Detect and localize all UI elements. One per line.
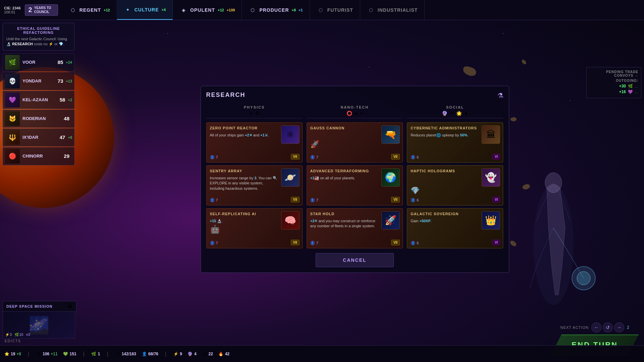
bottom-stat-flora: 🌿 1 [91, 351, 100, 357]
column-header-social: SOCIAL 🔮 👁 🌟 ★ [407, 103, 503, 118]
list-item[interactable]: 🔴 CHINORR 29 [3, 147, 74, 165]
top-navigation-bar: CIE: 2346 106:01 2 YEARS TO COUNCIL ⬡ RE… [0, 0, 644, 20]
avatar: 🐱 [5, 111, 20, 126]
research-card-advanced-terraforming[interactable]: ADVANCED TERRAFORMING +1🏭 on all of your… [307, 165, 403, 205]
tier-badge: VI [492, 154, 500, 160]
nav-items-container: ⬡ REGENT +12 ✦ CULTURE +4 ◈ OPULENT +12 … [62, 0, 644, 20]
research-card-cybernetic-administrators[interactable]: CYBERNETIC ADMINISTRATORS Reduces planet… [407, 122, 503, 163]
card-cost: 👤 7 [210, 241, 218, 245]
research-card-zero-point-reactor[interactable]: ZERO POINT REACTOR All of your ships gai… [206, 122, 303, 163]
list-item[interactable]: 💜 KEL-AZAAN 58 +2 [3, 91, 74, 109]
avatar: 🔴 [5, 149, 20, 164]
social-icons: 🔮 👁 🌟 ★ [409, 111, 501, 116]
avatar: 🔱 [5, 130, 20, 145]
pop-stat-val: 142/163 [122, 352, 136, 356]
nav-arrow-right[interactable]: → [614, 322, 624, 333]
citizens-stat-val: 68/76 [148, 352, 158, 356]
energy-stat-val: 9 [180, 352, 182, 356]
tier-badge: VII [291, 154, 300, 160]
outgoing-label: OUTGOING: [589, 79, 638, 82]
cie-info-section: CIE: 2346 106:01 2 YEARS TO COUNCIL [0, 4, 62, 16]
card-cost: 👤 6 [411, 198, 419, 202]
nav-item-opulent[interactable]: ◈ OPULENT +12 +109 [173, 0, 242, 20]
cost-icon: 👤 [310, 155, 315, 160]
missions-stat-val: 22 [209, 352, 213, 356]
bottom-stat-combat: 🔥 42 [218, 351, 229, 357]
modal-area: RESEARCH ⚗ PHYSICS ✕ ⚗ ZERO POINT REACTO… [89, 22, 587, 344]
ethical-notice: ETHICAL GUIDELINE REFACTORING Until the … [3, 23, 74, 51]
nav-item-producer[interactable]: ⬡ PRODUCER +8 +1 [242, 0, 310, 20]
ai-decoration: 🤖 [210, 225, 227, 238]
leader-name: RODERIAN [22, 116, 61, 121]
cost-val: 7 [316, 155, 318, 159]
bottom-stat-citizens: 👤 68/76 [142, 351, 158, 357]
cie-id: CIE: 2346 [4, 6, 21, 10]
nav-item-industrialist[interactable]: ⬡ INDUSTRIALIST [360, 0, 425, 20]
nav-regent-bonus: +12 [104, 8, 110, 12]
card-image-haptic: 👻 [482, 168, 500, 187]
trade-row-2: +16 💜 ... [589, 89, 638, 94]
ds-title: DEEP SPACE MISSION [6, 304, 65, 308]
card-cost: 👤 6 [411, 241, 419, 245]
pop-stat-icon: ⬡ [115, 351, 120, 357]
research-card-galactic-sovereign[interactable]: GALACTIC SOVEREIGN Gain +50XP. 👑 👤 6 VI [407, 208, 503, 248]
regent-icon: ⬡ [69, 6, 77, 14]
terra-icon: 🌍 [382, 169, 399, 186]
cost-val: 6 [417, 155, 419, 159]
leader-name: VOOR [22, 60, 55, 65]
bottom-stat-pop: ⬡ 142/163 [115, 351, 136, 357]
card-image-terra: 🌍 [381, 168, 400, 187]
card-image-galactic: 👑 [482, 211, 500, 230]
card-cost: 👤 6 [411, 155, 419, 160]
gauss-icon: 🔫 [382, 126, 399, 143]
trade-row-1: +30 🌿 ... [589, 84, 638, 88]
research-card-star-hold[interactable]: STAR HOLD +2✕ and you may construct or r… [307, 208, 403, 248]
list-item[interactable]: 🔱 IX'IDAR 47 +8 [3, 128, 74, 146]
haptic-icon: 👻 [482, 169, 500, 186]
citizens-stat-icon: 👤 [142, 351, 147, 357]
nav-producer-bonus: +8 [292, 8, 296, 12]
leader-delta: +8 [68, 135, 72, 139]
combat-stat-icon: 🔥 [218, 351, 224, 357]
trade-val-1: +30 [619, 84, 626, 88]
research-column-nanotech: NANO-TECH ⭕ ◈ ≡ GAUSS CANNON 🔫 🚀 [307, 103, 403, 248]
list-item[interactable]: 🐱 RODERIAN 48 [3, 110, 74, 128]
nav-item-futurist[interactable]: ⬡ FUTURIST [310, 0, 360, 20]
ds-building-icon: 🏛 [67, 303, 73, 309]
list-item[interactable]: 🌿 VOOR 85 +24 [3, 53, 74, 71]
missions-stat-icon: ✉ [202, 351, 207, 357]
cost-icon: 👤 [411, 198, 415, 202]
cancel-button[interactable]: CANCEL [316, 253, 393, 267]
leader-delta: +13 [66, 79, 72, 83]
cost-val: 7 [316, 198, 318, 202]
artifacts-stat-icon: 🔮 [187, 351, 193, 357]
nav-arrow-left[interactable]: ← [591, 322, 601, 333]
research-card-haptic-holograms[interactable]: HAPTIC HOLOGRAMS 👻 💎 👤 6 VI [407, 165, 503, 205]
research-column-social: SOCIAL 🔮 👁 🌟 ★ CYBERNETIC ADMINISTRATORS… [407, 103, 503, 248]
trade-box: PENDING TRADE CONVOYS → OUTGOING: +30 🌿 … [586, 67, 641, 98]
nav-item-regent[interactable]: ⬡ REGENT +12 [62, 0, 117, 20]
right-panel: PENDING TRADE CONVOYS → OUTGOING: +30 🌿 … [584, 67, 644, 98]
physics-label: PHYSICS [208, 105, 301, 109]
list-item[interactable]: 💀 YONDAR 73 +13 [3, 72, 74, 90]
tier-badge: VII [391, 240, 400, 245]
leader-name: IX'IDAR [22, 135, 57, 140]
cost-icon: 👤 [210, 155, 215, 160]
card-image-starhold: 🚀 [381, 211, 400, 230]
cie-info: CIE: 2346 106:01 [4, 6, 21, 14]
industrialist-icon: ⬡ [367, 6, 375, 14]
research-card-self-replicating-ai[interactable]: SELF-REPLICATING AI +15 🔬. 🧠 🤖 👤 7 VII [206, 208, 303, 248]
bottom-stat-production: ☀ 106 +11 [36, 351, 57, 357]
culture-stat-bonus: +8 [16, 352, 21, 356]
card-image-zero-point: ⚛ [281, 125, 300, 144]
research-card-gauss-cannon[interactable]: GAUSS CANNON 🔫 🚀 👤 7 VII [307, 122, 403, 163]
research-card-sentry-array[interactable]: SENTRY ARRAY Increases sensor range by 3… [206, 165, 303, 205]
card-image-sentry: 🪐 [281, 168, 300, 187]
deep-space-image[interactable]: 🌌 ⚡3 🌿10 ≡3 [3, 312, 75, 339]
nav-refresh[interactable]: ↺ [603, 322, 613, 333]
culture-stat-icon: ⭐ [4, 351, 9, 357]
nav-item-culture[interactable]: ✦ CULTURE +4 [117, 0, 173, 20]
haptic-object: 💎 [411, 186, 420, 195]
tier-badge: VII [291, 240, 300, 245]
modal-title: RESEARCH [206, 92, 503, 99]
